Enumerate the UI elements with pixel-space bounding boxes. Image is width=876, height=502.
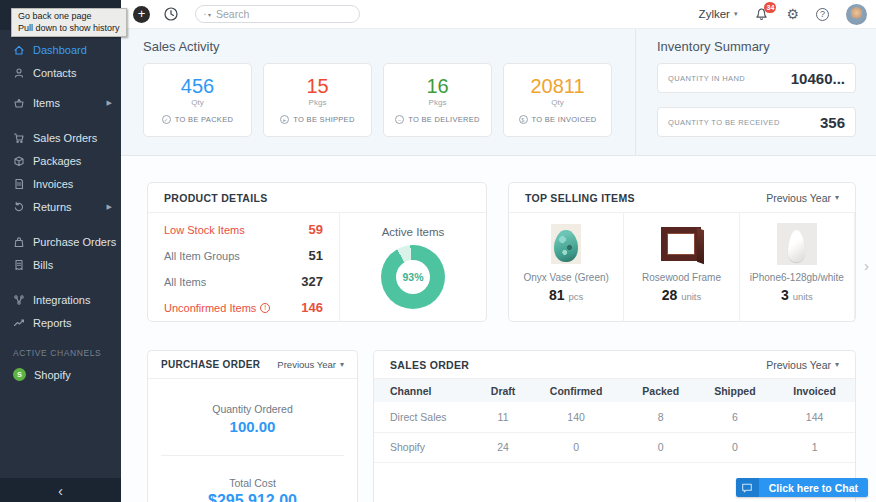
top-selling-items-card: TOP SELLING ITEMS Previous Year Onyx Vas… — [508, 182, 856, 322]
invoice-icon — [13, 178, 25, 190]
all-items-row[interactable]: All Items 327 — [164, 274, 323, 289]
sales-order-title: SALES ORDER — [390, 359, 469, 371]
sidebar-collapse-button[interactable] — [0, 478, 121, 502]
to-be-delivered-card[interactable]: 16 Pkgs TO BE DELIVERED — [383, 63, 492, 137]
purchase-order-body: Quantity Ordered 100.00 Total Cost $295,… — [148, 403, 357, 502]
table-row[interactable]: Shopify 24 0 0 0 1 — [374, 432, 855, 462]
sidebar-item-reports[interactable]: Reports — [0, 311, 121, 334]
sidebar-item-dashboard[interactable]: Dashboard — [0, 38, 121, 61]
low-stock-row[interactable]: Low Stock Items 59 — [164, 222, 323, 237]
person-icon — [13, 67, 25, 79]
top-selling-carousel: Onyx Vase (Green) 81 pcs Rosewood Frame … — [509, 213, 855, 322]
table-row[interactable]: Direct Sales 11 140 8 6 144 — [374, 402, 855, 432]
top-selling-period-value: Previous Year — [766, 192, 831, 204]
sidebar-item-label: Invoices — [33, 178, 73, 190]
invoiced-unit: Qty — [504, 98, 611, 107]
quantity-to-be-received-row[interactable]: QUANTITY TO BE RECEIVED 356 — [657, 107, 856, 137]
chat-bubble-icon — [736, 478, 759, 497]
to-be-shipped-card[interactable]: 15 Pkgs TO BE SHIPPED — [263, 63, 372, 137]
sidebar-item-integrations[interactable]: Integrations — [0, 288, 121, 311]
to-be-packed-card[interactable]: 456 Qty TO BE PACKED — [143, 63, 252, 137]
sidebar-item-label: Sales Orders — [33, 132, 97, 144]
search-box[interactable]: ▾ — [195, 5, 360, 23]
quantity-in-hand-row[interactable]: QUANTITY IN HAND 10460... — [657, 63, 856, 93]
purchase-order-card: PURCHASE ORDER Previous Year Quantity Or… — [147, 350, 358, 502]
sidebar-item-sales-orders[interactable]: Sales Orders — [0, 126, 121, 149]
user-avatar[interactable] — [846, 4, 867, 25]
help-icon[interactable] — [816, 8, 829, 21]
packed-unit: Qty — [144, 98, 251, 107]
returns-icon — [13, 201, 25, 213]
top-selling-period-dropdown[interactable]: Previous Year — [766, 192, 839, 204]
sidebar-item-contacts[interactable]: Contacts — [0, 61, 121, 84]
cart-icon — [13, 132, 25, 144]
sidebar-item-bills[interactable]: Bills — [0, 253, 121, 276]
delivered-value: 16 — [384, 75, 491, 97]
purchase-order-period-dropdown[interactable]: Previous Year — [277, 359, 344, 370]
sidebar-item-label: Items — [33, 97, 60, 109]
low-stock-value: 59 — [309, 222, 323, 237]
unconfirmed-items-label: Unconfirmed Items — [164, 302, 256, 314]
inventory-summary-title: Inventory Summary — [657, 39, 770, 54]
sidebar-item-label: Bills — [33, 259, 53, 271]
active-items-percent: 93% — [396, 260, 430, 294]
shopify-icon — [13, 368, 26, 381]
sidebar-item-packages[interactable]: Packages — [0, 149, 121, 172]
delivered-label: TO BE DELIVERED — [408, 115, 479, 124]
sales-activity-title: Sales Activity — [143, 39, 220, 54]
sales-order-period-value: Previous Year — [766, 359, 831, 371]
sidebar-item-label: Shopify — [34, 369, 71, 381]
quick-create-button[interactable] — [133, 6, 150, 23]
sidebar-item-returns[interactable]: Returns ▶ — [0, 195, 121, 218]
sidebar-item-invoices[interactable]: Invoices — [0, 172, 121, 195]
delivered-unit: Pkgs — [384, 98, 491, 107]
cell-packed: 0 — [626, 432, 696, 462]
top-selling-item-1[interactable]: Onyx Vase (Green) 81 pcs — [509, 213, 624, 322]
active-items-donut-chart[interactable]: 93% — [381, 245, 445, 309]
inventory-summary-section: Inventory Summary QUANTITY IN HAND 10460… — [657, 29, 876, 156]
to-be-invoiced-card[interactable]: 20811 Qty TO BE INVOICED — [503, 63, 612, 137]
cell-invoiced: 144 — [774, 402, 855, 432]
quantity-to-be-received-value: 356 — [820, 114, 845, 131]
cell-shipped: 0 — [696, 432, 775, 462]
reports-icon — [13, 317, 25, 329]
recent-history-button[interactable] — [163, 6, 179, 22]
quantity-ordered-value: 100.00 — [148, 418, 357, 435]
settings-gear-icon[interactable]: ⚙ — [786, 7, 799, 21]
sidebar-item-purchase-orders[interactable]: Purchase Orders — [0, 230, 121, 253]
sales-activity-section: Sales Activity 456 Qty TO BE PACKED 15 P… — [121, 29, 636, 156]
search-icon — [204, 9, 206, 20]
notifications-button[interactable]: 34 — [754, 7, 769, 22]
sales-activity-cards: 456 Qty TO BE PACKED 15 Pkgs TO BE SHIPP… — [143, 63, 612, 137]
org-switcher[interactable]: Zylker ▾ — [699, 8, 738, 20]
app-window: Dashboard Contacts Items ▶ Sales Orders … — [0, 0, 876, 502]
divider — [161, 455, 344, 456]
packed-value: 456 — [144, 75, 251, 97]
product-details-card: PRODUCT DETAILS Low Stock Items 59 All I… — [147, 182, 487, 322]
sales-order-period-dropdown[interactable]: Previous Year — [766, 359, 839, 371]
cell-channel: Shopify — [374, 432, 480, 462]
col-draft: Draft — [480, 379, 526, 402]
carousel-next-icon[interactable]: › — [864, 257, 869, 274]
sidebar-item-items[interactable]: Items ▶ — [0, 91, 121, 114]
search-scope-caret-icon[interactable]: ▾ — [208, 11, 211, 18]
chevron-down-icon: ▾ — [734, 10, 738, 18]
sidebar-item-shopify[interactable]: Shopify — [0, 363, 121, 386]
item-groups-row[interactable]: All Item Groups 51 — [164, 248, 323, 263]
search-input[interactable] — [216, 8, 351, 20]
warning-info-icon[interactable] — [260, 303, 270, 313]
purchase-order-header: PURCHASE ORDER Previous Year — [148, 351, 357, 379]
history-clock-icon — [163, 6, 179, 22]
submenu-arrow-icon: ▶ — [107, 99, 112, 107]
top-selling-item-2[interactable]: Rosewood Frame 28 units — [624, 213, 739, 322]
total-cost-label: Total Cost — [148, 477, 357, 489]
item-qty: 81 — [549, 287, 565, 303]
home-icon — [13, 44, 25, 56]
unconfirmed-items-row[interactable]: Unconfirmed Items 146 — [164, 300, 323, 315]
active-items-label: Active Items — [382, 226, 445, 238]
item-unit: pcs — [569, 291, 584, 302]
all-items-label: All Items — [164, 276, 206, 288]
top-selling-item-3[interactable]: iPhone6-128gb/white 3 units — [740, 213, 855, 322]
ship-circle-icon — [280, 115, 289, 124]
chat-button[interactable]: Click here to Chat — [736, 478, 868, 497]
